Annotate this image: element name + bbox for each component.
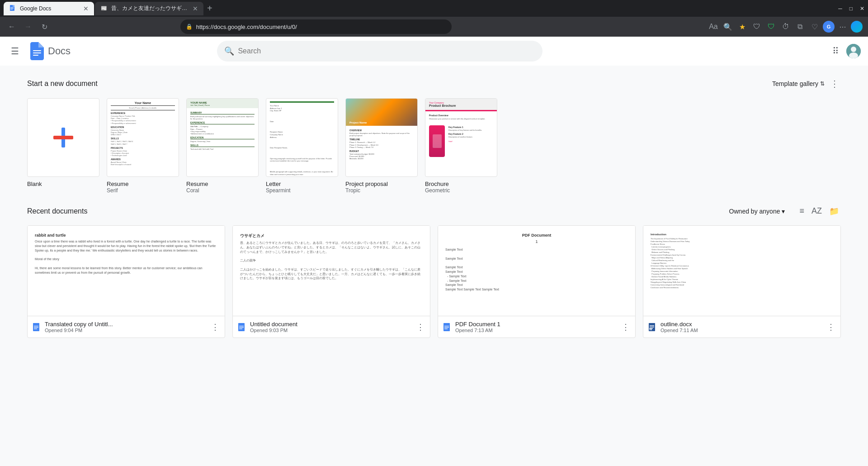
template-brochure-geo[interactable]: Your Company Product Brochure Product Ov… — [425, 98, 497, 194]
doc-name-untitled: Untitled document — [250, 321, 413, 328]
template-resume-serif-name: Resume — [107, 181, 179, 187]
close-button[interactable]: ✕ — [860, 5, 864, 12]
toolbar-icons: Aa 🔍 ★ 🛡 🛡 ⏱ ⧉ ♡ G ··· — [707, 20, 863, 33]
edge-icon[interactable] — [851, 21, 863, 33]
url-text: https://docs.google.com/document/u/0/ — [196, 24, 446, 30]
doc-menu-pdf[interactable]: ⋮ — [622, 322, 630, 332]
template-resume-coral[interactable]: YOUR NAME Job Title | Email | Phone SUMM… — [186, 98, 259, 194]
user-avatar[interactable] — [846, 44, 861, 58]
doc-thumb-untitled: ウサギとカメ 昔、あるところにウサギとカメが住んでいました。ある日、ウサギは、の… — [233, 226, 430, 316]
apps-icon[interactable]: ⠿ — [829, 42, 843, 60]
tab-close-2[interactable]: ✕ — [193, 5, 198, 12]
more-browser-icon[interactable]: ··· — [836, 20, 849, 33]
template-resume-coral-thumb: YOUR NAME Job Title | Email | Phone SUMM… — [186, 98, 259, 177]
tab-close-docs[interactable]: ✕ — [83, 5, 89, 12]
doc-menu-untitled[interactable]: ⋮ — [416, 322, 425, 332]
svg-rect-18 — [239, 326, 244, 327]
refresh-button[interactable]: ↻ — [38, 20, 51, 33]
owned-by-button[interactable]: Owned by anyone ▾ — [724, 205, 791, 218]
doc-icon-outline: W — [649, 323, 657, 331]
tab-title-2: 昔、カメと友達だったウサギがいました... — [111, 5, 189, 12]
lock-icon: 🔒 — [186, 24, 193, 30]
templates-grid: Blank Your Name Email | Phone | Address … — [27, 98, 841, 194]
main-content: Start a new document Template gallery ⇅ … — [0, 66, 868, 466]
svg-text:W: W — [649, 328, 652, 331]
doc-info-pdf: PDF Document 1 Opened 7:13 AM ⋮ — [438, 316, 635, 338]
hamburger-menu[interactable]: ☰ — [7, 42, 23, 60]
doc-name-outline: outline.docx — [660, 321, 823, 328]
doc-meta-outline: Opened 7:11 AM — [660, 328, 823, 333]
templates-more-button[interactable]: ⋮ — [828, 76, 841, 91]
vpn-icon[interactable]: 🛡 — [765, 20, 778, 33]
tab-favicon-docs — [9, 5, 16, 12]
template-project-tropic-sub: Tropic — [345, 187, 418, 194]
template-resume-coral-sub: Coral — [186, 187, 259, 194]
templates-section: Start a new document Template gallery ⇅ … — [0, 66, 868, 204]
templates-header: Start a new document Template gallery ⇅ … — [27, 76, 841, 91]
svg-rect-4 — [10, 9, 13, 10]
doc-card-pdf[interactable]: PDF Document 1 Sample Text Sample Text S… — [438, 225, 636, 338]
template-blank-thumb — [27, 98, 99, 177]
template-gallery-button[interactable]: Template gallery ⇅ — [772, 80, 825, 87]
sort-icon[interactable]: AZ — [810, 204, 824, 218]
docs-grid: rabbit and turtle Once upon a time there… — [27, 225, 841, 338]
svg-rect-16 — [34, 328, 37, 329]
zoom-icon[interactable]: 🔍 — [722, 20, 734, 33]
doc-details-untitled: Untitled document Opened 9:03 PM — [250, 321, 413, 333]
template-project-tropic[interactable]: Project Name OVERVIEW Brief project desc… — [345, 98, 418, 194]
address-bar[interactable]: 🔒 https://docs.google.com/document/u/0/ — [180, 19, 452, 34]
app-header: ☰ Docs 🔍 ⠿ — [0, 37, 868, 66]
template-resume-serif[interactable]: Your Name Email | Phone | Address | Link… — [107, 98, 179, 194]
svg-point-9 — [851, 47, 856, 52]
doc-card-untitled[interactable]: ウサギとカメ 昔、あるところにウサギとカメが住んでいました。ある日、ウサギは、の… — [232, 225, 430, 338]
template-brochure-geo-name: Brochure — [425, 181, 497, 187]
list-view-icon[interactable]: ≡ — [797, 204, 806, 218]
search-input[interactable] — [238, 47, 535, 55]
reader-icon[interactable]: Aa — [707, 20, 720, 33]
maximize-button[interactable]: □ — [849, 5, 853, 12]
profile-avatar[interactable]: G — [823, 21, 835, 33]
favorites-icon[interactable]: ★ — [736, 20, 749, 33]
active-tab[interactable]: Google Docs ✕ — [4, 2, 94, 15]
svg-rect-5 — [33, 50, 41, 51]
svg-rect-24 — [444, 328, 448, 329]
svg-rect-15 — [34, 327, 38, 328]
new-tab-button[interactable]: + — [203, 3, 216, 14]
minimize-button[interactable]: ─ — [838, 5, 842, 12]
forward-button[interactable]: → — [22, 20, 34, 33]
svg-rect-12 — [53, 136, 73, 139]
back-button[interactable]: ← — [5, 20, 18, 33]
svg-rect-20 — [239, 328, 242, 329]
browser-toolbar: ← → ↻ 🔒 https://docs.google.com/document… — [0, 17, 868, 37]
doc-card-outline[interactable]: Introduction The Importance of Food Safe… — [643, 225, 841, 338]
inactive-tab[interactable]: 📰 昔、カメと友達だったウサギがいました... ✕ — [95, 2, 203, 15]
svg-rect-14 — [34, 326, 38, 327]
window-controls: ─ □ ✕ — [838, 5, 864, 12]
template-blank[interactable]: Blank — [27, 98, 99, 194]
doc-menu-rabbit[interactable]: ⋮ — [211, 322, 219, 332]
search-bar[interactable]: 🔍 — [217, 41, 542, 62]
doc-info-outline: W outline.docx Opened 7:11 AM ⋮ — [643, 316, 840, 338]
doc-meta-rabbit: Opened 9:04 PM — [45, 328, 208, 333]
app-name-label: Docs — [48, 45, 71, 57]
doc-name-rabbit: Translated copy of Untitl... — [45, 321, 208, 328]
template-brochure-geo-sub: Geometric — [425, 187, 497, 194]
chevron-up-down-icon: ⇅ — [820, 81, 825, 87]
doc-menu-outline[interactable]: ⋮ — [827, 322, 835, 332]
doc-details-rabbit: Translated copy of Untitl... Opened 9:04… — [45, 321, 208, 333]
shield-icon[interactable]: 🛡 — [750, 20, 763, 33]
folder-view-icon[interactable]: 📁 — [827, 204, 841, 218]
tab-title-docs: Google Docs — [20, 5, 80, 12]
doc-card-rabbit[interactable]: rabbit and turtle Once upon a time there… — [27, 225, 225, 338]
doc-info-untitled: Untitled document Opened 9:03 PM ⋮ — [233, 316, 430, 338]
heart-icon[interactable]: ♡ — [808, 20, 821, 33]
template-letter-spearmint[interactable]: Your NameAddress Line 1City, State ZIP D… — [266, 98, 338, 194]
browser-chrome: Google Docs ✕ 📰 昔、カメと友達だったウサギがいました... ✕ … — [0, 0, 868, 17]
timer-icon[interactable]: ⏱ — [779, 20, 792, 33]
doc-details-pdf: PDF Document 1 Opened 7:13 AM — [455, 321, 618, 333]
app-logo[interactable]: Docs — [30, 42, 71, 60]
split-icon[interactable]: ⧉ — [794, 20, 807, 33]
recent-section: Recent documents Owned by anyone ▾ ≡ AZ … — [0, 204, 868, 349]
template-resume-coral-name: Resume — [186, 181, 259, 187]
recent-header: Recent documents Owned by anyone ▾ ≡ AZ … — [27, 204, 841, 218]
